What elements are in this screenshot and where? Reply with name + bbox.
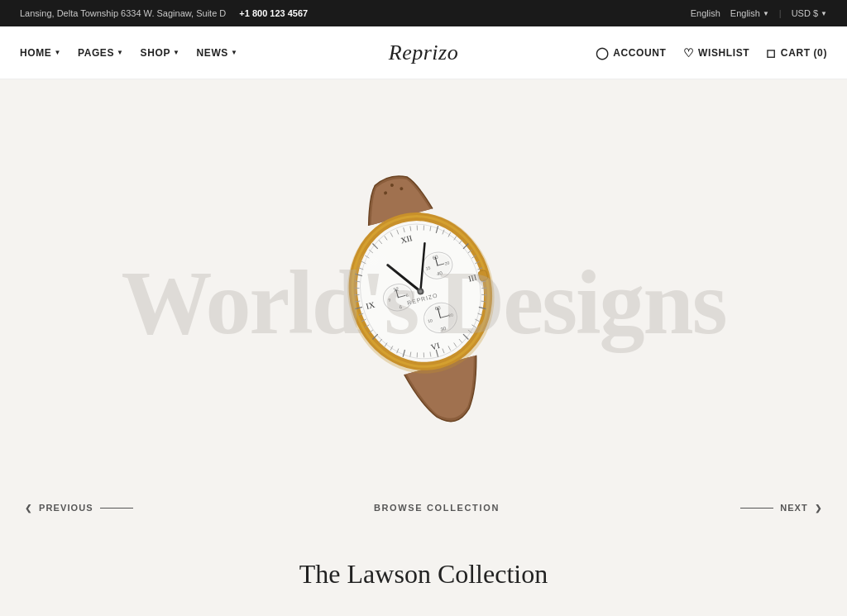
topbar: Lansing, Delta Township 6334 W. Saginaw,… xyxy=(0,0,847,26)
news-chevron-icon: ▼ xyxy=(231,49,238,56)
phone: +1 800 123 4567 xyxy=(239,8,308,18)
header: HOME ▼ PAGES ▼ SHOP ▼ NEWS ▼ Reprizo ◯ A… xyxy=(0,26,847,79)
nav-shop[interactable]: SHOP ▼ xyxy=(141,47,180,59)
site-logo[interactable]: Reprizo xyxy=(389,41,459,65)
heart-icon: ♡ xyxy=(683,46,695,60)
next-line xyxy=(740,508,773,509)
nav-news[interactable]: NEWS ▼ xyxy=(197,47,238,59)
next-arrow-icon: ❯ xyxy=(815,504,822,513)
language-chevron-icon: ▼ xyxy=(763,10,769,17)
browse-collection-link[interactable]: BROWSE COLLECTION xyxy=(374,503,500,513)
cart-link[interactable]: ◻ CART (0) xyxy=(766,46,827,60)
cart-icon: ◻ xyxy=(766,46,777,60)
section-title: The Lawson Collection xyxy=(0,526,847,603)
language-selector[interactable]: English xyxy=(691,8,720,18)
address: Lansing, Delta Township 6334 W. Saginaw,… xyxy=(20,8,226,18)
watch-image: XII III VI IX 60 20 40 15 12 6 6 9 xyxy=(281,145,567,461)
nav-pages[interactable]: PAGES ▼ xyxy=(78,47,124,59)
hero-navigation: ❮ PREVIOUS BROWSE COLLECTION NEXT ❯ xyxy=(0,503,847,526)
header-actions: ◯ ACCOUNT ♡ WISHLIST ◻ CART (0) xyxy=(596,46,827,60)
topbar-left: Lansing, Delta Township 6334 W. Saginaw,… xyxy=(20,8,308,18)
prev-line xyxy=(100,508,133,509)
nav-home[interactable]: HOME ▼ xyxy=(20,47,61,59)
home-chevron-icon: ▼ xyxy=(54,49,61,56)
topbar-right: English English ▼ | USD $ ▼ xyxy=(691,8,827,18)
prev-button[interactable]: ❮ PREVIOUS xyxy=(25,503,133,513)
prev-arrow-icon: ❮ xyxy=(25,504,32,513)
next-button[interactable]: NEXT ❯ xyxy=(740,503,822,513)
account-link[interactable]: ◯ ACCOUNT xyxy=(596,46,667,60)
currency-selector[interactable]: USD $ ▼ xyxy=(792,8,827,18)
shop-chevron-icon: ▼ xyxy=(173,49,180,56)
hero-section: World's Designs xyxy=(0,79,847,526)
user-icon: ◯ xyxy=(596,46,610,60)
wishlist-link[interactable]: ♡ WISHLIST xyxy=(683,46,750,60)
pages-chevron-icon: ▼ xyxy=(117,49,124,56)
main-nav: HOME ▼ PAGES ▼ SHOP ▼ NEWS ▼ xyxy=(20,47,237,59)
language-display[interactable]: English ▼ xyxy=(730,8,769,18)
currency-chevron-icon: ▼ xyxy=(821,10,827,17)
